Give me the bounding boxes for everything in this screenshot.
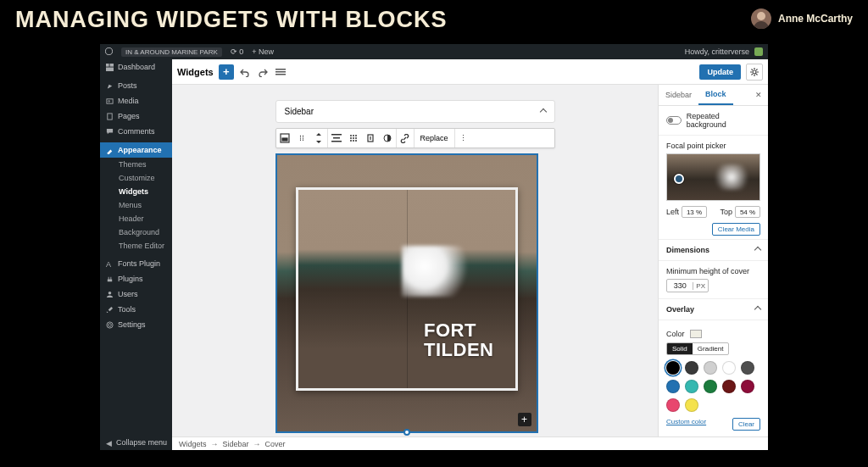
swatch-teal[interactable] bbox=[685, 380, 698, 393]
presenter-badge: Anne McCarthy bbox=[751, 8, 853, 29]
sidebar-item-plugins[interactable]: Plugins bbox=[100, 271, 172, 286]
sub-widgets[interactable]: Widgets bbox=[100, 185, 172, 198]
drag-handle[interactable]: ⁞⁞ bbox=[293, 129, 310, 147]
focal-marker[interactable] bbox=[674, 174, 684, 184]
svg-rect-3 bbox=[110, 64, 114, 67]
sidebar-item-users[interactable]: Users bbox=[100, 286, 172, 302]
overlay-type-segmented[interactable]: Solid Gradient bbox=[666, 342, 729, 355]
dimensions-title: Dimensions bbox=[666, 246, 709, 254]
repeated-bg-toggle[interactable] bbox=[666, 116, 682, 125]
gear-icon bbox=[106, 321, 114, 329]
sidebar-item-comments[interactable]: Comments bbox=[100, 124, 172, 139]
svg-rect-2 bbox=[106, 64, 109, 67]
replace-button[interactable]: Replace bbox=[415, 129, 454, 147]
cover-block[interactable]: FORT TILDEN + bbox=[275, 153, 538, 433]
wp-adminbar: IN & AROUND MARINE PARK ⟳ 0 + New Howdy,… bbox=[100, 44, 768, 59]
seg-gradient[interactable]: Gradient bbox=[693, 343, 729, 354]
resize-handle[interactable] bbox=[403, 429, 410, 436]
swatch-black[interactable] bbox=[666, 361, 680, 375]
crumb-cover[interactable]: Cover bbox=[265, 440, 286, 448]
cover-heading[interactable]: FORT TILDEN bbox=[424, 320, 493, 359]
min-height-input[interactable]: 330 PX bbox=[666, 279, 709, 292]
more-options-button[interactable]: ⋮ bbox=[455, 129, 472, 147]
svg-rect-12 bbox=[275, 71, 286, 73]
sidebar-item-settings[interactable]: Settings bbox=[100, 317, 172, 332]
color-swatch-preview[interactable] bbox=[690, 330, 702, 338]
sidebar-item-tools[interactable]: Tools bbox=[100, 302, 172, 317]
focal-top-input[interactable]: 54 % bbox=[735, 206, 760, 218]
howdy-text[interactable]: Howdy, critterverse bbox=[685, 47, 749, 56]
swatch-green[interactable] bbox=[704, 380, 717, 393]
add-block-button[interactable]: + bbox=[219, 64, 234, 80]
content-position-button[interactable] bbox=[345, 129, 362, 147]
editor-canvas[interactable]: Sidebar ⁞⁞ bbox=[172, 85, 658, 450]
append-block-button[interactable]: + bbox=[518, 413, 531, 426]
seg-solid[interactable]: Solid bbox=[667, 343, 693, 354]
sidebar-item-media[interactable]: Media bbox=[100, 93, 172, 108]
swatch-maroon[interactable] bbox=[722, 380, 736, 393]
sidebar-item-dashboard[interactable]: Dashboard bbox=[100, 59, 172, 75]
swatch-wine[interactable] bbox=[741, 380, 754, 393]
clear-media-button[interactable]: Clear Media bbox=[712, 223, 760, 236]
sub-theme-editor[interactable]: Theme Editor bbox=[100, 239, 172, 253]
sub-customize[interactable]: Customize bbox=[100, 171, 172, 185]
swatch-blue[interactable] bbox=[666, 380, 680, 393]
custom-color-link[interactable]: Custom color bbox=[666, 418, 706, 431]
user-avatar-icon[interactable] bbox=[754, 47, 763, 56]
site-name[interactable]: IN & AROUND MARINE PARK bbox=[121, 47, 222, 57]
focal-left-input[interactable]: 13 % bbox=[682, 206, 707, 218]
updates-badge[interactable]: ⟳ 0 bbox=[231, 47, 244, 56]
svg-point-14 bbox=[753, 70, 756, 74]
list-view-button[interactable] bbox=[275, 65, 287, 78]
sidebar-item-posts[interactable]: Posts bbox=[100, 78, 172, 93]
close-inspector-button[interactable]: ✕ bbox=[749, 87, 768, 103]
chevron-up-icon[interactable] bbox=[754, 247, 761, 253]
svg-point-22 bbox=[355, 135, 357, 136]
update-button[interactable]: Update bbox=[699, 64, 741, 80]
new-content[interactable]: + New bbox=[252, 47, 274, 56]
cover-block-icon[interactable] bbox=[276, 129, 293, 147]
page-icon bbox=[106, 113, 114, 120]
sidebar-item-pages[interactable]: Pages bbox=[100, 108, 172, 124]
svg-point-8 bbox=[108, 291, 112, 294]
redo-button[interactable] bbox=[257, 65, 270, 78]
wp-logo-icon[interactable] bbox=[105, 47, 113, 57]
svg-point-24 bbox=[353, 137, 354, 139]
swatch-yellow[interactable] bbox=[685, 398, 698, 412]
collapse-icon: ◀ bbox=[106, 439, 112, 447]
settings-toggle[interactable] bbox=[746, 64, 763, 81]
sub-background[interactable]: Background bbox=[100, 225, 172, 239]
tab-sidebar[interactable]: Sidebar bbox=[659, 86, 698, 104]
move-arrows[interactable] bbox=[310, 129, 327, 147]
swatch-gray[interactable] bbox=[741, 361, 754, 375]
duotone-button[interactable] bbox=[379, 129, 396, 147]
tab-block[interactable]: Block bbox=[698, 85, 733, 105]
swatch-lightgray[interactable] bbox=[704, 361, 717, 375]
block-inspector: Sidebar Block ✕ Repeated background Foca… bbox=[658, 85, 768, 450]
link-button[interactable] bbox=[397, 129, 414, 147]
sub-menus[interactable]: Menus bbox=[100, 198, 172, 212]
repeated-bg-label: Repeated background bbox=[687, 112, 760, 129]
crumb-sidebar[interactable]: Sidebar bbox=[223, 440, 249, 448]
svg-rect-13 bbox=[275, 74, 286, 75]
swatch-darkgray[interactable] bbox=[685, 361, 698, 375]
sub-themes[interactable]: Themes bbox=[100, 158, 172, 171]
fullheight-button[interactable] bbox=[362, 129, 379, 147]
collapse-menu[interactable]: ◀Collapse menu bbox=[100, 435, 172, 450]
color-label: Color bbox=[666, 330, 685, 338]
svg-point-0 bbox=[757, 12, 765, 20]
wrench-icon bbox=[106, 306, 114, 314]
align-button[interactable] bbox=[328, 129, 345, 147]
widget-area-sidebar[interactable]: Sidebar bbox=[275, 100, 555, 123]
wp-admin-window: IN & AROUND MARINE PARK ⟳ 0 + New Howdy,… bbox=[100, 44, 768, 450]
undo-button[interactable] bbox=[239, 65, 252, 78]
focal-point-picker[interactable] bbox=[666, 153, 760, 201]
swatch-white[interactable] bbox=[722, 361, 736, 375]
crumb-widgets[interactable]: Widgets bbox=[179, 440, 207, 448]
chevron-up-icon[interactable] bbox=[754, 306, 761, 313]
sidebar-item-fonts[interactable]: AFonts Plugin bbox=[100, 256, 172, 271]
sidebar-item-appearance[interactable]: Appearance bbox=[100, 142, 172, 158]
swatch-pink[interactable] bbox=[666, 398, 680, 412]
sub-header[interactable]: Header bbox=[100, 212, 172, 225]
clear-color-button[interactable]: Clear bbox=[732, 418, 760, 431]
